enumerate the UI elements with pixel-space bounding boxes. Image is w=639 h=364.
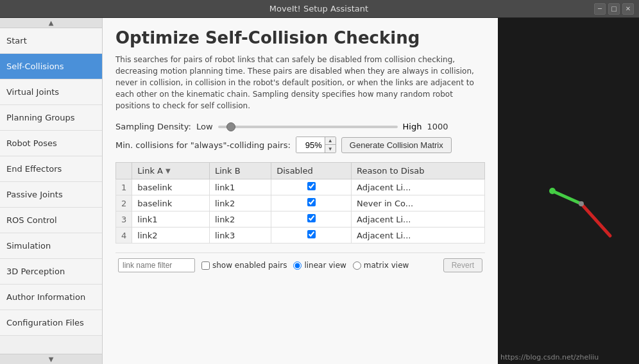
disabled-checkbox[interactable] bbox=[307, 182, 316, 190]
spin-buttons: ▲ ▼ bbox=[325, 137, 336, 153]
sidebar-scroll-down[interactable]: ▼ bbox=[0, 354, 102, 364]
sidebar-item-planning-groups[interactable]: Planning Groups bbox=[0, 105, 102, 131]
sidebar-item-configuration-files[interactable]: Configuration Files bbox=[0, 310, 102, 336]
reason-cell: Adjacent Li... bbox=[352, 211, 485, 228]
row-number: 2 bbox=[116, 195, 132, 211]
row-number: 1 bbox=[116, 179, 132, 195]
sidebar-item-3d-perception[interactable]: 3D Perception bbox=[0, 259, 102, 285]
reason-cell: Adjacent Li... bbox=[352, 228, 485, 244]
percent-input[interactable] bbox=[296, 137, 325, 153]
row-number: 4 bbox=[116, 228, 132, 244]
sidebar-item-end-effectors[interactable]: End Effectors bbox=[0, 156, 102, 182]
viewport-url: https://blog.csdn.net/zheliiu bbox=[500, 353, 599, 361]
sidebar-item-ros-control[interactable]: ROS Control bbox=[0, 208, 102, 233]
linear-view-label[interactable]: linear view bbox=[293, 261, 346, 270]
table-row: 2 baselink link2 Never in Co... bbox=[116, 195, 485, 211]
col-header-link-a[interactable]: Link A ▼ bbox=[132, 163, 210, 179]
sidebar-item-virtual-joints[interactable]: Virtual Joints bbox=[0, 79, 102, 105]
row-number: 3 bbox=[116, 211, 132, 228]
robot-visualization bbox=[498, 18, 639, 364]
link-b-cell: link1 bbox=[209, 179, 271, 195]
title-bar: MoveIt! Setup Assistant ─ □ ✕ bbox=[0, 0, 639, 18]
link-b-cell: link2 bbox=[209, 195, 271, 211]
disabled-cell[interactable] bbox=[271, 228, 352, 244]
disabled-checkbox[interactable] bbox=[307, 214, 316, 222]
maximize-button[interactable]: □ bbox=[608, 3, 620, 15]
link-a-cell: link1 bbox=[132, 211, 210, 228]
disabled-cell[interactable] bbox=[271, 211, 352, 228]
col-header-reason: Reason to Disab bbox=[352, 163, 485, 179]
close-button[interactable]: ✕ bbox=[622, 3, 634, 15]
sampling-density-slider[interactable] bbox=[218, 126, 398, 128]
min-collisions-row: Min. collisions for "always"-colliding p… bbox=[115, 136, 485, 153]
show-enabled-pairs-checkbox[interactable] bbox=[201, 261, 210, 270]
sidebar-item-simulation[interactable]: Simulation bbox=[0, 233, 102, 259]
sidebar-item-author-information[interactable]: Author Information bbox=[0, 285, 102, 310]
disabled-checkbox[interactable] bbox=[307, 198, 316, 206]
sidebar-item-passive-joints[interactable]: Passive Joints bbox=[0, 182, 102, 208]
link-b-cell: link2 bbox=[209, 211, 271, 228]
minimize-button[interactable]: ─ bbox=[594, 3, 606, 15]
page-title: Optimize Self-Collision Checking bbox=[115, 28, 485, 47]
main-content: Optimize Self-Collision Checking This se… bbox=[103, 18, 498, 364]
col-header-disabled: Disabled bbox=[271, 163, 352, 179]
col-header-link-b: Link B bbox=[209, 163, 271, 179]
sidebar: ▲ Start Self-Collisions Virtual Joints P… bbox=[0, 18, 103, 364]
sidebar-item-self-collisions[interactable]: Self-Collisions bbox=[0, 54, 102, 79]
table-row: 1 baselink link1 Adjacent Li... bbox=[116, 179, 485, 195]
title-bar-controls: ─ □ ✕ bbox=[594, 3, 634, 15]
svg-line-1 bbox=[581, 204, 610, 236]
sampling-density-value: 1000 bbox=[427, 122, 450, 131]
generate-collision-matrix-button[interactable]: Generate Collision Matrix bbox=[341, 137, 452, 153]
3d-viewport: https://blog.csdn.net/zheliiu bbox=[498, 18, 639, 364]
matrix-view-radio[interactable] bbox=[353, 261, 361, 270]
bottom-bar: show enabled pairs linear view matrix vi… bbox=[115, 252, 485, 275]
disabled-cell[interactable] bbox=[271, 179, 352, 195]
svg-line-0 bbox=[552, 191, 581, 204]
matrix-view-label[interactable]: matrix view bbox=[353, 261, 409, 270]
show-enabled-pairs-label[interactable]: show enabled pairs bbox=[201, 261, 287, 270]
revert-button[interactable]: Revert bbox=[443, 258, 482, 272]
sort-arrow-icon: ▼ bbox=[166, 167, 171, 174]
linear-view-radio[interactable] bbox=[293, 261, 302, 270]
link-b-cell: link3 bbox=[209, 228, 271, 244]
link-a-cell: link2 bbox=[132, 228, 210, 244]
link-a-cell: baselink bbox=[132, 195, 210, 211]
disabled-checkbox[interactable] bbox=[307, 230, 316, 238]
spin-down-button[interactable]: ▼ bbox=[325, 145, 336, 153]
description-text: This searches for pairs of robot links t… bbox=[115, 54, 485, 112]
percent-input-group: ▲ ▼ bbox=[296, 136, 336, 153]
spin-up-button[interactable]: ▲ bbox=[325, 137, 336, 145]
link-a-cell: baselink bbox=[132, 179, 210, 195]
table-header-row: Link A ▼ Link B Disabled Reason to Disab bbox=[116, 163, 485, 179]
svg-point-2 bbox=[549, 188, 556, 194]
sidebar-item-start[interactable]: Start bbox=[0, 28, 102, 54]
app-body: ▲ Start Self-Collisions Virtual Joints P… bbox=[0, 18, 639, 364]
reason-cell: Adjacent Li... bbox=[352, 179, 485, 195]
sampling-density-row: Sampling Density: Low High 1000 bbox=[115, 122, 485, 131]
reason-cell: Never in Co... bbox=[352, 195, 485, 211]
disabled-cell[interactable] bbox=[271, 195, 352, 211]
collision-table: Link A ▼ Link B Disabled Reason to Disab… bbox=[115, 162, 485, 244]
sampling-density-label: Sampling Density: Low bbox=[115, 122, 213, 131]
table-row: 3 link1 link2 Adjacent Li... bbox=[116, 211, 485, 228]
table-row: 4 link2 link3 Adjacent Li... bbox=[116, 228, 485, 244]
sidebar-item-robot-poses[interactable]: Robot Poses bbox=[0, 131, 102, 156]
col-header-num bbox=[116, 163, 132, 179]
svg-point-3 bbox=[579, 201, 584, 206]
sidebar-scroll-up[interactable]: ▲ bbox=[0, 18, 102, 28]
sampling-density-high-label: High bbox=[403, 122, 422, 131]
link-name-filter-input[interactable] bbox=[118, 258, 195, 272]
title-bar-title: MoveIt! Setup Assistant bbox=[44, 4, 594, 13]
min-collisions-label: Min. collisions for "always"-colliding p… bbox=[115, 140, 291, 150]
